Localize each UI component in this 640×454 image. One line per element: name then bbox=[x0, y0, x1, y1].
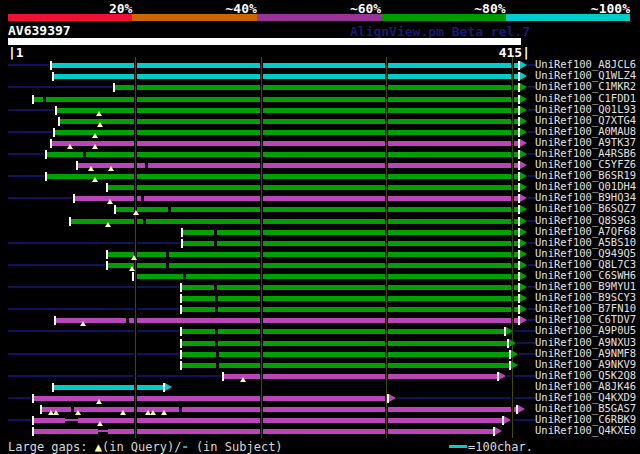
alignment-bar[interactable] bbox=[182, 352, 509, 357]
alignment-start-tick bbox=[40, 405, 42, 414]
alignment-start-tick bbox=[50, 139, 52, 148]
gap-query-triangle-icon: ▲ bbox=[95, 440, 102, 454]
segment-boundary-notch bbox=[83, 152, 86, 157]
alignview-screen: AV639397 AlignView.pm Beta rel.7 |1 415|… bbox=[0, 0, 640, 454]
alignment-arrowhead-icon bbox=[520, 228, 527, 236]
query-gap-triangle-icon bbox=[80, 321, 86, 326]
alignment-start-tick bbox=[45, 172, 47, 181]
alignment-bar[interactable] bbox=[57, 108, 518, 113]
gridline bbox=[134, 57, 137, 438]
gridline bbox=[260, 57, 263, 438]
alignment-bar[interactable] bbox=[54, 385, 163, 390]
alignment-arrowhead-icon bbox=[389, 394, 396, 402]
alignment-bar[interactable] bbox=[182, 296, 518, 301]
segment-boundary-notch bbox=[179, 407, 182, 412]
segment-boundary-notch bbox=[166, 252, 169, 257]
scale-bar-icon bbox=[449, 445, 467, 448]
alignment-start-tick bbox=[76, 161, 78, 170]
alignment-bar[interactable] bbox=[47, 174, 518, 179]
alignment-start-tick bbox=[180, 305, 182, 314]
alignment-bar[interactable] bbox=[34, 396, 387, 401]
alignment-bar[interactable] bbox=[34, 97, 518, 102]
alignment-bar[interactable] bbox=[182, 285, 518, 290]
subject-overhang-left bbox=[8, 242, 180, 244]
alignment-bar[interactable] bbox=[60, 119, 518, 124]
query-gap-triangle-icon bbox=[97, 421, 103, 426]
alignment-arrowhead-icon bbox=[520, 283, 527, 291]
alignment-bar[interactable] bbox=[116, 207, 518, 212]
query-gap-triangle-icon bbox=[97, 122, 103, 127]
alignment-start-tick bbox=[106, 261, 108, 270]
alignment-start-tick bbox=[32, 427, 34, 436]
alignment-arrowhead-icon bbox=[520, 161, 527, 169]
alignment-bar[interactable] bbox=[71, 219, 518, 224]
query-gap-triangle-icon bbox=[53, 410, 59, 415]
segment-boundary-notch bbox=[216, 352, 219, 357]
alignment-bar[interactable] bbox=[182, 329, 504, 334]
alignment-bar[interactable] bbox=[182, 307, 518, 312]
alignment-start-tick bbox=[45, 150, 47, 159]
hit-label[interactable]: UniRef100_A9P0U5 bbox=[535, 325, 636, 336]
gap-subject-dash-icon: - bbox=[181, 440, 188, 454]
alignment-bar[interactable] bbox=[183, 241, 518, 246]
alignment-arrowhead-icon bbox=[520, 95, 527, 103]
alignment-bar[interactable] bbox=[42, 407, 516, 412]
alignment-bar[interactable] bbox=[34, 418, 502, 423]
alignment-bar[interactable] bbox=[224, 374, 497, 379]
alignment-bar[interactable] bbox=[182, 363, 509, 368]
query-name: AV639397 bbox=[8, 23, 71, 38]
alignment-start-tick bbox=[132, 272, 134, 281]
query-gap-triangle-icon bbox=[120, 410, 126, 415]
alignment-start-tick bbox=[52, 72, 54, 81]
alignment-arrowhead-icon bbox=[520, 294, 527, 302]
alignment-start-tick bbox=[180, 339, 182, 348]
alignment-bar[interactable] bbox=[108, 185, 518, 190]
segment-boundary-notch bbox=[215, 329, 218, 334]
alignment-start-tick bbox=[106, 183, 108, 192]
segment-boundary-notch bbox=[166, 263, 169, 268]
alignment-bar[interactable] bbox=[183, 230, 518, 235]
key-label: ~80% bbox=[474, 1, 505, 16]
subject-overhang-right bbox=[519, 353, 536, 355]
alignment-bar[interactable] bbox=[78, 163, 518, 168]
subject-gap-line bbox=[98, 430, 108, 432]
subject-overhang-right bbox=[517, 342, 536, 344]
alignment-start-tick bbox=[106, 250, 108, 259]
segment-boundary-notch bbox=[214, 285, 217, 290]
hit-label[interactable]: UniRef100_B6SQZ7 bbox=[535, 203, 636, 214]
alignment-bar[interactable] bbox=[134, 274, 518, 279]
alignment-bar[interactable] bbox=[55, 130, 518, 135]
hit-label[interactable]: UniRef100_Q4KXE0 bbox=[535, 425, 636, 436]
alignment-bar[interactable] bbox=[52, 63, 518, 68]
alignment-arrowhead-icon bbox=[520, 239, 527, 247]
alignment-bar[interactable] bbox=[108, 252, 518, 257]
segment-boundary-notch bbox=[216, 363, 219, 368]
subject-overhang-left bbox=[8, 286, 179, 288]
alignment-arrowhead-icon bbox=[520, 205, 527, 213]
alignment-start-tick bbox=[180, 361, 182, 370]
alignment-bar[interactable] bbox=[47, 152, 518, 157]
segment-boundary-notch bbox=[214, 230, 217, 235]
subject-overhang-left bbox=[8, 397, 31, 399]
subject-overhang-left bbox=[8, 175, 44, 177]
segment-boundary-notch bbox=[141, 196, 144, 201]
subject-overhang-left bbox=[8, 353, 179, 355]
subject-gap-line bbox=[65, 419, 78, 421]
query-gap-triangle-icon bbox=[67, 144, 73, 149]
query-gap-triangle-icon bbox=[92, 177, 98, 182]
hit-label[interactable]: UniRef100_C1MKR2 bbox=[535, 81, 636, 92]
alignment-arrowhead-icon bbox=[520, 72, 527, 80]
alignment-bar[interactable] bbox=[54, 74, 518, 79]
key-label: 20% bbox=[109, 1, 132, 16]
gap-query-text: (in Query)/ bbox=[102, 440, 181, 454]
alignment-arrowhead-icon bbox=[520, 250, 527, 258]
alignment-start-tick bbox=[53, 128, 55, 137]
gap-legend-prefix: Large gaps: bbox=[8, 440, 95, 454]
alignment-bar[interactable] bbox=[52, 141, 518, 146]
alignment-bar[interactable] bbox=[115, 85, 518, 90]
alignment-bar[interactable] bbox=[108, 263, 518, 268]
alignment-bar[interactable] bbox=[182, 341, 507, 346]
subject-overhang-left bbox=[8, 330, 179, 332]
segment-boundary-notch bbox=[183, 274, 186, 279]
segment-boundary-notch bbox=[215, 307, 218, 312]
